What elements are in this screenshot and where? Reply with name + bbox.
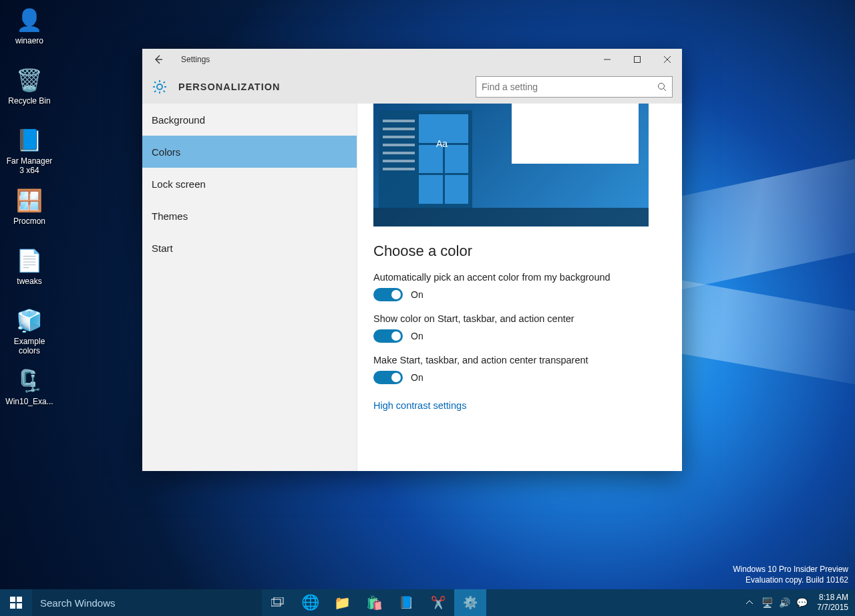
recycle-bin-icon[interactable]: 🗑️Recycle Bin xyxy=(4,64,55,124)
svg-rect-9 xyxy=(17,603,22,609)
setting-label-0: Automatically pick an accent color from … xyxy=(373,272,670,283)
settings-options-list: Automatically pick an accent color from … xyxy=(373,272,670,384)
svg-rect-11 xyxy=(274,597,283,604)
svg-rect-1 xyxy=(634,57,640,63)
windows-logo-icon xyxy=(10,597,22,609)
back-button[interactable] xyxy=(142,49,174,70)
store-button[interactable]: 🛍️ xyxy=(358,589,390,616)
settings-sidebar: BackgroundColorsLock screenThemesStart xyxy=(142,104,357,471)
winaero-icon[interactable]: 👤winaero xyxy=(4,4,55,64)
winaero-icon-label: winaero xyxy=(15,36,43,45)
example-colors-icon-label: Example colors xyxy=(5,337,54,355)
gear-icon xyxy=(152,79,168,95)
far-manager-button[interactable]: 📘 xyxy=(390,589,422,616)
windows-watermark: Windows 10 Pro Insider Preview Evaluatio… xyxy=(733,564,848,585)
toggle-row-0: On xyxy=(373,288,670,301)
tweaks-icon-label: tweaks xyxy=(17,277,41,286)
preview-taskbar xyxy=(373,208,649,226)
folder-icon: 📁 xyxy=(334,595,351,611)
network-icon[interactable]: 🖥️ xyxy=(758,589,776,616)
section-title: Choose a color xyxy=(373,243,670,260)
search-input[interactable] xyxy=(482,82,657,92)
settings-header: PERSONALIZATION xyxy=(142,70,682,104)
taskbar: Search Windows 🌐 📁 🛍️ 📘 ✂️ ⚙️ 🖥️ 🔊 💬 8:1… xyxy=(0,589,855,616)
clock-date: 7/7/2015 xyxy=(817,603,848,613)
settings-main-pane: Aa Choose a color Automatically pick an … xyxy=(357,104,682,471)
clock-time: 8:18 AM xyxy=(817,593,848,603)
search-wrap xyxy=(476,76,673,98)
svg-point-4 xyxy=(659,84,665,90)
tweaks-icon-glyph: 📄 xyxy=(16,247,43,274)
toggle-switch-1[interactable] xyxy=(373,329,403,343)
maximize-button[interactable] xyxy=(622,49,652,70)
toggle-switch-0[interactable] xyxy=(373,288,403,301)
svg-rect-7 xyxy=(17,597,22,602)
setting-option-1: Show color on Start, taskbar, and action… xyxy=(373,313,670,343)
setting-option-2: Make Start, taskbar, and action center t… xyxy=(373,355,670,384)
volume-icon[interactable]: 🔊 xyxy=(776,589,793,616)
settings-titlebar[interactable]: Settings xyxy=(142,49,682,70)
start-button[interactable] xyxy=(0,589,32,616)
settings-content: BackgroundColorsLock screenThemesStart A… xyxy=(142,104,682,471)
file-explorer-button[interactable]: 📁 xyxy=(326,589,358,616)
preview-start-menu: Aa xyxy=(379,110,472,208)
far-manager-icon[interactable]: 📘Far Manager 3 x64 xyxy=(4,124,55,184)
taskbar-search[interactable]: Search Windows xyxy=(32,589,262,616)
procmon-icon-label: Procmon xyxy=(13,216,45,226)
toggle-state-2: On xyxy=(411,372,423,383)
preview-window-thumbnail xyxy=(512,104,639,164)
tweaks-icon[interactable]: 📄tweaks xyxy=(4,245,55,305)
high-contrast-link[interactable]: High contrast settings xyxy=(373,400,466,411)
far-manager-icon-glyph: 📘 xyxy=(16,127,43,154)
win10-examples-icon[interactable]: 🗜️Win10_Exa... xyxy=(4,365,55,425)
toggle-row-2: On xyxy=(373,371,670,384)
task-view-button[interactable] xyxy=(262,589,294,616)
watermark-line2: Evaluation copy. Build 10162 xyxy=(733,575,848,585)
preview-sample-text: Aa xyxy=(436,138,448,149)
watermark-line1: Windows 10 Pro Insider Preview xyxy=(733,564,848,575)
personalization-preview: Aa xyxy=(373,104,649,226)
sidebar-item-start[interactable]: Start xyxy=(142,232,357,264)
svg-rect-6 xyxy=(10,597,15,602)
toggle-state-0: On xyxy=(411,289,423,300)
search-icon xyxy=(657,82,667,92)
win10-examples-icon-label: Win10_Exa... xyxy=(5,397,53,406)
toggle-switch-2[interactable] xyxy=(373,371,403,384)
example-colors-icon-glyph: 🧊 xyxy=(16,307,43,334)
desktop-icons-column: 👤winaero🗑️Recycle Bin📘Far Manager 3 x64🪟… xyxy=(4,4,55,425)
gear-tb-icon: ⚙️ xyxy=(463,595,478,610)
task-view-icon xyxy=(271,597,285,608)
search-box[interactable] xyxy=(476,76,673,98)
windows-desktop: 👤winaero🗑️Recycle Bin📘Far Manager 3 x64🪟… xyxy=(0,0,855,616)
setting-label-1: Show color on Start, taskbar, and action… xyxy=(373,313,670,324)
snipping-tool-button[interactable]: ✂️ xyxy=(422,589,454,616)
sidebar-item-lock-screen[interactable]: Lock screen xyxy=(142,168,357,200)
edge-icon: 🌐 xyxy=(301,594,319,611)
window-controls xyxy=(592,49,682,70)
svg-rect-10 xyxy=(271,599,281,606)
back-arrow-icon xyxy=(153,54,164,65)
procmon-icon-glyph: 🪟 xyxy=(16,187,43,214)
svg-rect-8 xyxy=(10,603,15,609)
sidebar-item-background[interactable]: Background xyxy=(142,104,357,136)
header-title: PERSONALIZATION xyxy=(178,82,280,92)
sidebar-item-themes[interactable]: Themes xyxy=(142,200,357,232)
store-icon: 🛍️ xyxy=(366,595,383,611)
settings-taskbar-button[interactable]: ⚙️ xyxy=(454,589,486,616)
action-center-icon[interactable]: 💬 xyxy=(793,589,810,616)
toggle-row-1: On xyxy=(373,329,670,343)
winaero-icon-glyph: 👤 xyxy=(16,7,43,33)
close-button[interactable] xyxy=(652,49,682,70)
taskbar-clock[interactable]: 8:18 AM 7/7/2015 xyxy=(810,593,855,613)
minimize-button[interactable] xyxy=(592,49,622,70)
recycle-bin-icon-label: Recycle Bin xyxy=(8,96,50,106)
sidebar-item-colors[interactable]: Colors xyxy=(142,136,357,168)
procmon-icon[interactable]: 🪟Procmon xyxy=(4,184,55,245)
edge-browser-button[interactable]: 🌐 xyxy=(294,589,326,616)
maximize-icon xyxy=(634,56,641,63)
taskbar-search-placeholder: Search Windows xyxy=(40,597,116,609)
tray-overflow-button[interactable] xyxy=(741,589,758,616)
chevron-up-icon xyxy=(746,599,753,606)
example-colors-icon[interactable]: 🧊Example colors xyxy=(4,305,55,365)
toggle-state-1: On xyxy=(411,331,423,341)
